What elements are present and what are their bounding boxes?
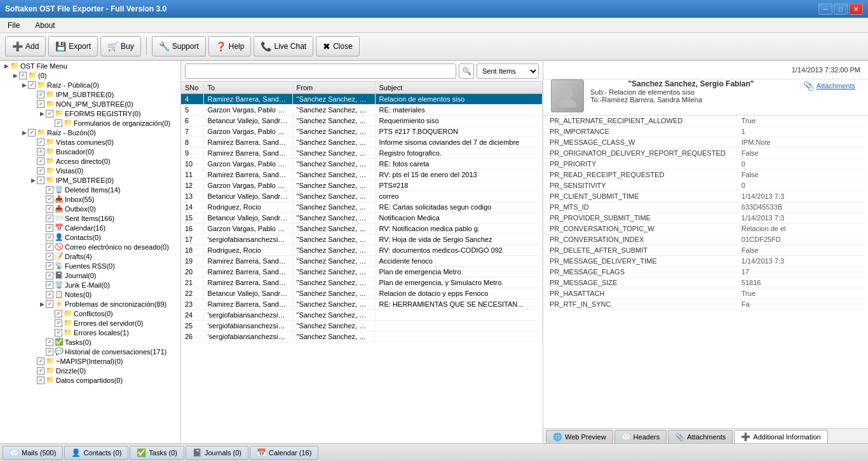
add-button[interactable]: ➕ Add <box>5 36 46 57</box>
table-row[interactable]: 26 'sergiofabiansanchezsiso@... "Sanchez… <box>181 331 543 342</box>
tree-item[interactable]: 📥Inbox(55) <box>0 194 180 204</box>
tree-item[interactable]: 📓Journal(0) <box>0 271 180 280</box>
tree-item[interactable]: 👤Contacts(0) <box>0 232 180 242</box>
tree-item[interactable]: 📁Vistas comunes(0) <box>0 137 180 147</box>
table-row[interactable]: 23 Ramirez Barrera, Sandra Mil... "Sanch… <box>181 299 543 310</box>
tree-item[interactable]: 📁NON_IPM_SUBTREE(0) <box>0 99 180 109</box>
table-row[interactable]: 21 Ramirez Barrera, Sandra Mil... "Sanch… <box>181 277 543 288</box>
table-row[interactable]: 4 Ramirez Barrera, Sandra Mil... "Sanche… <box>181 94 543 105</box>
tree-item[interactable]: 📅Calendar(16) <box>0 223 180 232</box>
minimize-button[interactable]: ─ <box>818 3 832 15</box>
tree-checkbox[interactable] <box>37 367 44 375</box>
tree-item[interactable]: 📁Buscador(0) <box>0 147 180 156</box>
tree-item[interactable]: 📁Errores locales(1) <box>0 328 180 337</box>
table-row[interactable]: 14 Rodriguez, Rocio "Sanchez Sanchez, Se… <box>181 202 543 213</box>
tree-item[interactable]: ✅Tasks(0) <box>0 337 180 347</box>
tree-checkbox[interactable] <box>37 157 44 165</box>
tree-checkbox[interactable] <box>46 224 53 232</box>
tree-checkbox[interactable] <box>46 205 53 213</box>
tree-checkbox[interactable] <box>55 329 62 337</box>
tree-checkbox[interactable] <box>46 215 53 222</box>
close-button[interactable]: ✖ Close <box>316 36 360 57</box>
tree-checkbox[interactable] <box>46 243 53 251</box>
tree-item[interactable]: 🚫Correo electrónico no deseado(0) <box>0 242 180 251</box>
attachments-link[interactable]: Attachments <box>817 82 855 90</box>
table-row[interactable]: 8 Ramirez Barrera, Sandra Mil... "Sanche… <box>181 137 543 148</box>
tree-checkbox[interactable] <box>46 196 53 203</box>
tree-checkbox[interactable] <box>46 262 53 270</box>
tree-item[interactable]: 📡Fuentes RSS(0) <box>0 261 180 271</box>
table-row[interactable]: 13 Betancur Vallejo, Sandra Mil... "Sanc… <box>181 191 543 202</box>
table-row[interactable]: 6 Betancur Vallejo, Sandra Mil... "Sanch… <box>181 116 543 126</box>
table-row[interactable]: 5 Garzon Vargas, Pablo Cesar... "Sanchez… <box>181 105 543 116</box>
tree-item[interactable]: ▶⚡Problemas de sincronización(89) <box>0 299 180 309</box>
tree-checkbox[interactable] <box>37 167 44 175</box>
table-row[interactable]: 16 Garzon Vargas, Pablo Cesar "Sanchez S… <box>181 224 543 234</box>
search-input[interactable] <box>185 63 456 79</box>
tree-checkbox[interactable] <box>46 300 53 308</box>
tree-item[interactable]: 📁Vistas(0) <box>0 166 180 175</box>
status-tab-calendar[interactable]: 📅 Calendar (16) <box>250 446 318 460</box>
tree-item[interactable]: 📁Drizzle(0) <box>0 366 180 375</box>
tree-item[interactable]: 📤Outbox(0) <box>0 204 180 213</box>
tree-item[interactable]: ▶📁OST File Menu <box>0 61 180 70</box>
tree-item[interactable]: 📁Formularios de organización(0) <box>0 118 180 128</box>
table-row[interactable]: 22 Betancur Vallejo, Sandra Mil... "Sanc… <box>181 288 543 299</box>
tree-item[interactable]: ▶📁(0) <box>0 70 180 80</box>
status-tab-journals[interactable]: 📓 Journals (0) <box>186 446 248 460</box>
tree-checkbox[interactable] <box>37 91 44 98</box>
tree-item[interactable]: ▶📁Raíz - Pública(0) <box>0 80 180 90</box>
folder-select[interactable]: Sent Items Inbox Drafts Deleted Items Al… <box>477 63 539 79</box>
status-tab-contacts[interactable]: 👤 Contacts (0) <box>64 446 128 460</box>
search-button[interactable]: 🔍 <box>459 63 474 79</box>
tree-checkbox[interactable] <box>55 310 62 317</box>
table-row[interactable]: 24 'sergiofabiansanchezsiso@... "Sanchez… <box>181 310 543 321</box>
tree-checkbox[interactable] <box>28 129 36 137</box>
tree-checkbox[interactable] <box>37 177 44 184</box>
tab-headers[interactable]: ✉️ Headers <box>614 430 667 443</box>
restore-button[interactable]: □ <box>834 3 848 15</box>
tree-checkbox[interactable] <box>46 272 53 279</box>
table-row[interactable]: 12 Garzon Vargas, Pablo Cesar... "Sanche… <box>181 180 543 191</box>
close-window-button[interactable]: ✕ <box>849 3 863 15</box>
tab-web-preview[interactable]: 🌐 Web Preview <box>546 430 613 443</box>
tree-checkbox[interactable] <box>19 72 27 79</box>
help-button[interactable]: ❓ Help <box>208 36 252 57</box>
tree-item[interactable]: 📨Sent Items(166) <box>0 213 180 223</box>
table-row[interactable]: 11 Ramirez Barrera, Sandra Mil... "Sanch… <box>181 170 543 180</box>
tab-attachments[interactable]: 📎 Attachments <box>668 430 733 443</box>
tree-item[interactable]: ▶📁EFORMS REGISTRY(0) <box>0 109 180 118</box>
tab-additional-info[interactable]: ➕ Additional Information <box>734 430 827 443</box>
tree-checkbox[interactable] <box>37 377 44 384</box>
menu-about[interactable]: About <box>32 20 57 31</box>
tree-item[interactable]: 🗑️Junk E-Mail(0) <box>0 280 180 290</box>
table-row[interactable]: 19 Ramirez Barrera, Sandra Mil... "Sanch… <box>181 256 543 267</box>
tree-checkbox[interactable] <box>46 291 53 298</box>
tree-checkbox[interactable] <box>37 138 44 146</box>
table-row[interactable]: 25 'sergiofabiansanchezsiso@... "Sanchez… <box>181 321 543 331</box>
tree-item[interactable]: 🗑️Deleted Items(14) <box>0 185 180 194</box>
tree-item[interactable]: 📁Errores del servidor(0) <box>0 318 180 328</box>
tree-item[interactable]: 💬Historial de conversaciones(171) <box>0 347 180 356</box>
live-chat-button[interactable]: 📞 Live Chat <box>254 36 313 57</box>
tree-item[interactable]: 📁Acceso directo(0) <box>0 156 180 166</box>
tree-item[interactable]: 📁~MAPISP(Internal)(0) <box>0 356 180 366</box>
tree-checkbox[interactable] <box>46 253 53 260</box>
table-row[interactable]: 15 Betancur Vallejo, Sandra Mil... "Sanc… <box>181 213 543 224</box>
tree-checkbox[interactable] <box>37 148 44 156</box>
menu-file[interactable]: File <box>5 20 22 31</box>
status-tab-mails[interactable]: ✉️ Mails (500) <box>3 446 63 460</box>
table-row[interactable]: 10 Garzon Vargas, Pablo Cesar "Sanchez S… <box>181 159 543 170</box>
tree-checkbox[interactable] <box>28 81 36 89</box>
tree-checkbox[interactable] <box>46 234 53 241</box>
buy-button[interactable]: 🛒 Buy <box>100 36 141 57</box>
table-row[interactable]: 17 'sergiofabiansanchezsiso@... "Sanchez… <box>181 234 543 245</box>
tree-item[interactable]: 📁Conflictos(0) <box>0 309 180 318</box>
table-row[interactable]: 7 Garzon Vargas, Pablo Cesar... "Sanchez… <box>181 126 543 137</box>
tree-checkbox[interactable] <box>46 348 53 356</box>
tree-item[interactable]: 📁IPM_SUBTREE(0) <box>0 90 180 99</box>
tree-checkbox[interactable] <box>46 281 53 289</box>
tree-item[interactable]: ▶📁Raíz - Buzón(0) <box>0 128 180 137</box>
tree-item[interactable]: ▶📁IPM_SUBTREE(0) <box>0 175 180 185</box>
tree-checkbox[interactable] <box>37 357 44 365</box>
